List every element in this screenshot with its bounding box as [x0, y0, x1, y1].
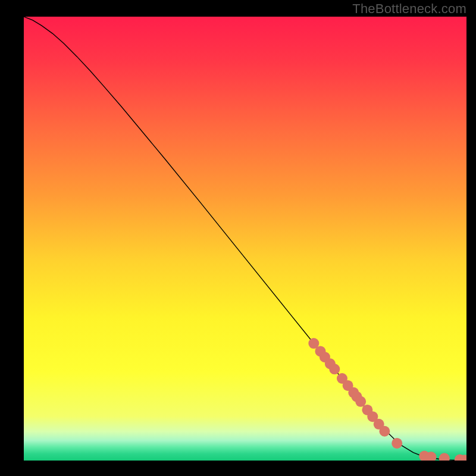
dot [329, 364, 340, 374]
chart-frame: TheBottleneck.com [0, 0, 476, 476]
chart-svg [24, 17, 466, 461]
chart-background [24, 17, 466, 461]
plot-area [24, 17, 466, 461]
dot [392, 438, 402, 449]
dot [355, 396, 366, 407]
attribution-label: TheBottleneck.com [352, 1, 466, 17]
dot [379, 426, 390, 437]
